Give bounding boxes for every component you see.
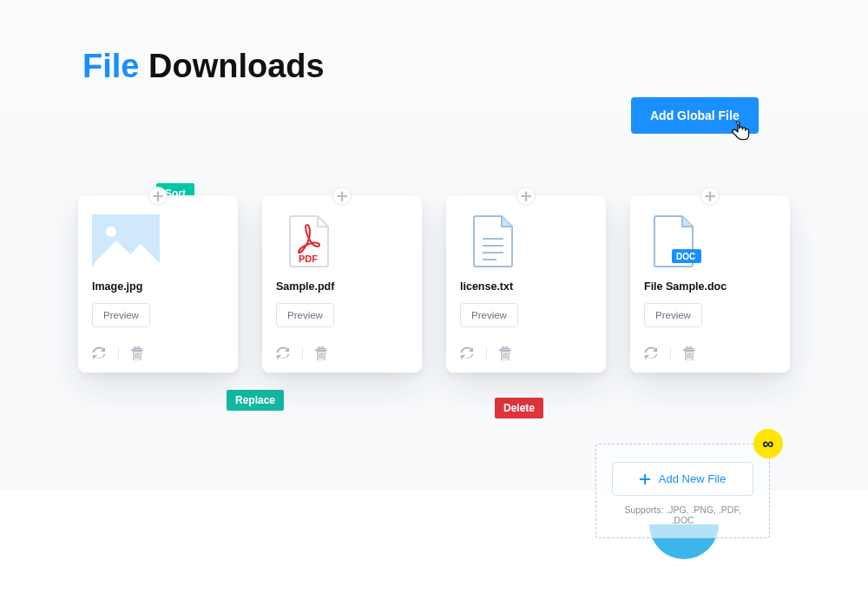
image-file-icon (92, 214, 160, 268)
delete-button[interactable] (131, 346, 145, 360)
preview-button[interactable]: Preview (460, 303, 518, 327)
card-actions (92, 346, 224, 360)
page-title-rest: Downloads (139, 48, 324, 84)
svg-text:DOC: DOC (676, 252, 695, 261)
file-name: File Sample.doc (644, 280, 776, 293)
move-icon (337, 191, 347, 201)
separator (486, 346, 487, 360)
infinity-badge: ∞ (753, 429, 783, 458)
trash-icon (683, 346, 695, 360)
refresh-icon (460, 346, 474, 360)
preview-button[interactable]: Preview (644, 303, 702, 327)
file-name: license.txt (460, 280, 592, 293)
svg-text:PDF: PDF (299, 254, 318, 264)
move-icon (153, 191, 163, 201)
file-name: Image.jpg (92, 280, 224, 293)
preview-button[interactable]: Preview (276, 303, 334, 327)
card-actions (460, 346, 592, 360)
supported-formats: Supports: .JPG, .PNG, .PDF, .DOC (612, 504, 753, 525)
replace-tag: Replace (227, 390, 284, 411)
replace-button[interactable] (92, 346, 106, 360)
file-cards-row: Image.jpg Preview PDF Sample.pdf Previe (78, 195, 790, 372)
add-global-file-button[interactable]: Add Global File (631, 97, 759, 134)
drag-handle[interactable] (516, 187, 536, 206)
file-card: license.txt Preview (446, 195, 606, 372)
delete-tag: Delete (495, 398, 543, 418)
preview-button[interactable]: Preview (92, 303, 150, 327)
delete-button[interactable] (683, 346, 697, 360)
separator (670, 346, 671, 360)
separator (302, 346, 303, 360)
move-icon (705, 191, 715, 201)
page-title: File Downloads (82, 48, 868, 85)
text-file-icon (460, 214, 528, 268)
replace-button[interactable] (276, 346, 290, 360)
svg-point-1 (106, 227, 116, 237)
trash-icon (499, 346, 511, 360)
card-actions (276, 346, 408, 360)
drag-handle[interactable] (332, 187, 352, 206)
refresh-icon (92, 346, 106, 360)
pdf-file-icon: PDF (276, 214, 344, 268)
doc-file-icon: DOC (644, 214, 712, 268)
trash-icon (315, 346, 327, 360)
replace-button[interactable] (644, 346, 658, 360)
move-icon (521, 191, 531, 201)
separator (118, 346, 119, 360)
plus-icon (640, 474, 650, 484)
infinity-icon: ∞ (763, 435, 774, 453)
add-new-file-label: Add New File (659, 472, 726, 485)
refresh-icon (276, 346, 290, 360)
add-new-file-panel: ∞ Add New File Supports: .JPG, .PNG, .PD… (595, 444, 770, 538)
file-card: DOC File Sample.doc Preview (630, 195, 790, 372)
delete-button[interactable] (499, 346, 513, 360)
card-actions (644, 346, 776, 360)
trash-icon (131, 346, 143, 360)
file-card: Image.jpg Preview (78, 195, 238, 372)
file-card: PDF Sample.pdf Preview (262, 195, 422, 372)
add-new-file-button[interactable]: Add New File (612, 462, 753, 496)
file-name: Sample.pdf (276, 280, 408, 293)
refresh-icon (644, 346, 658, 360)
delete-button[interactable] (315, 346, 329, 360)
replace-button[interactable] (460, 346, 474, 360)
drag-handle[interactable] (700, 187, 720, 206)
page-title-highlight: File (82, 48, 139, 84)
drag-handle[interactable] (148, 187, 168, 206)
